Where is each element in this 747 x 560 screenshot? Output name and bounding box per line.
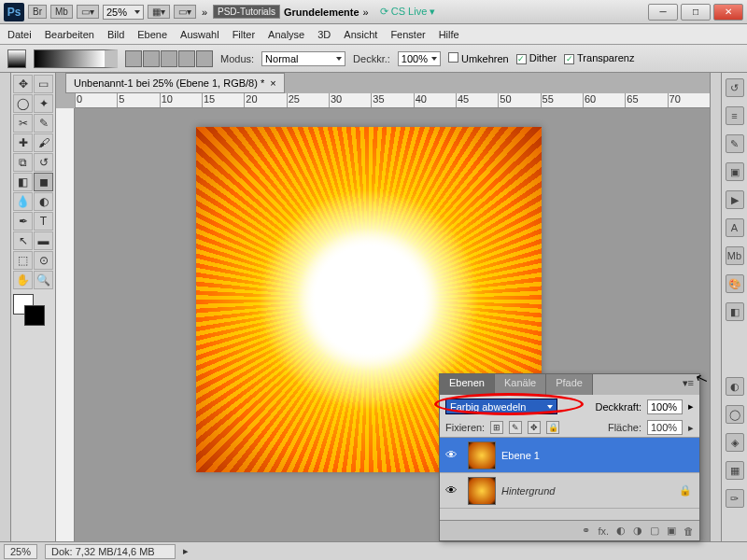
char-icon[interactable]: A — [726, 218, 744, 237]
opacity-input[interactable]: 100% — [398, 51, 441, 66]
3d-tool[interactable]: ⬚ — [13, 251, 33, 270]
fx-icon[interactable]: fx. — [598, 525, 609, 537]
screen-mode-button[interactable]: ▭▾ — [77, 5, 99, 19]
menu-analyse[interactable]: Analyse — [268, 29, 304, 40]
visibility-icon[interactable]: 👁 — [440, 483, 462, 497]
transparency-check[interactable]: ✓Transparenz — [564, 52, 634, 64]
layer-name[interactable]: Ebene 1 — [501, 450, 699, 461]
color-swatches[interactable] — [13, 294, 50, 331]
actions-icon[interactable]: ≡ — [726, 106, 744, 125]
visibility-icon[interactable]: 👁 — [440, 448, 462, 462]
layer-hintergrund[interactable]: 👁 Hintergrund 🔒 — [440, 473, 699, 509]
history-icon[interactable]: ↺ — [726, 78, 744, 97]
menu-datei[interactable]: Datei — [7, 29, 32, 40]
marquee-tool[interactable]: ▭ — [34, 75, 53, 93]
extras-button[interactable]: ▭▾ — [174, 5, 196, 19]
opacity-arrow-icon[interactable]: ▸ — [688, 400, 694, 413]
group-icon[interactable]: ▢ — [650, 525, 659, 537]
wand-tool[interactable]: ✦ — [34, 94, 53, 113]
status-zoom[interactable]: 25% — [4, 544, 37, 559]
menu-bild[interactable]: Bild — [107, 29, 124, 40]
zoom-select[interactable]: 25% — [103, 5, 144, 20]
layer-ebene1[interactable]: 👁 Ebene 1 — [440, 438, 699, 473]
cslive[interactable]: ⟳ CS Live ▾ — [380, 6, 436, 18]
mb-icon[interactable]: Mb — [726, 246, 744, 265]
camera-tool[interactable]: ⊙ — [34, 251, 53, 270]
new-layer-icon[interactable]: ▣ — [667, 525, 676, 537]
menu-hilfe[interactable]: Hilfe — [439, 29, 459, 40]
zoom-tool[interactable]: 🔍 — [34, 271, 53, 289]
lock-move-icon[interactable]: ✥ — [528, 421, 541, 434]
gradient-tool[interactable]: ◼ — [34, 173, 53, 191]
move-tool[interactable]: ✥ — [13, 75, 33, 93]
heal-tool[interactable]: ✚ — [13, 133, 33, 152]
dodge-tool[interactable]: ◐ — [34, 192, 53, 211]
menu-ansicht[interactable]: Ansicht — [344, 29, 377, 40]
blur-tool[interactable]: 💧 — [13, 192, 33, 211]
document-tab[interactable]: Unbenannt-1 bei 25% (Ebene 1, RGB/8) * × — [65, 73, 285, 93]
mask-icon[interactable]: ◯ — [726, 405, 744, 424]
menu-ebene[interactable]: Ebene — [137, 29, 167, 40]
adjust-icon[interactable]: ◐ — [726, 377, 744, 396]
layers-icon[interactable]: ◈ — [726, 433, 744, 452]
menu-bearbeiten[interactable]: Bearbeiten — [45, 29, 94, 40]
gradient-picker[interactable] — [34, 49, 118, 68]
link-icon[interactable]: ⚭ — [582, 525, 590, 537]
swatches-icon[interactable]: 🎨 — [726, 274, 744, 293]
fill-input[interactable]: 100% — [647, 420, 683, 435]
blend-mode-select[interactable]: Farbig abwedeln — [445, 399, 557, 414]
tab-ebenen[interactable]: Ebenen — [440, 374, 495, 395]
workspace-label[interactable]: Grundelemente — [284, 7, 359, 18]
close-button[interactable]: ✕ — [713, 4, 743, 21]
crop-tool[interactable]: ✂ — [13, 114, 33, 133]
lock-all-icon[interactable]: 🔒 — [546, 421, 559, 434]
bridge-button[interactable]: Br — [28, 5, 47, 19]
brush-tool[interactable]: 🖌 — [34, 133, 53, 152]
menu-auswahl[interactable]: Auswahl — [180, 29, 219, 40]
menu-3d[interactable]: 3D — [317, 29, 331, 40]
menu-fenster[interactable]: Fenster — [390, 29, 425, 40]
status-doc[interactable]: Dok: 7,32 MB/14,6 MB — [45, 544, 176, 559]
tutorials-button[interactable]: PSD-Tutorials — [213, 5, 280, 19]
right-dock-strip[interactable] — [710, 73, 721, 560]
history-brush-tool[interactable]: ↺ — [34, 153, 53, 172]
mask-add-icon[interactable]: ◐ — [616, 525, 626, 537]
left-dock-strip[interactable] — [0, 73, 11, 560]
pen-tool[interactable]: ✒ — [13, 212, 33, 231]
dither-check[interactable]: ✓Dither — [516, 52, 557, 64]
layer-name[interactable]: Hintergrund — [501, 485, 679, 497]
stamp-tool[interactable]: ⧉ — [13, 153, 33, 172]
eyedropper-tool[interactable]: ✎ — [34, 114, 53, 133]
lock-paint-icon[interactable]: ✎ — [509, 421, 522, 434]
eraser-tool[interactable]: ◧ — [13, 173, 33, 191]
fill-arrow-icon[interactable]: ▸ — [688, 422, 694, 434]
shape-tool[interactable]: ▬ — [34, 231, 53, 250]
tab-close-icon[interactable]: × — [270, 77, 275, 89]
tab-kanale[interactable]: Kanäle — [495, 374, 546, 395]
layer-opacity-input[interactable]: 100% — [647, 399, 683, 414]
trash-icon[interactable]: 🗑 — [684, 525, 694, 537]
lasso-tool[interactable]: ◯ — [13, 94, 33, 113]
gradient-types[interactable] — [125, 50, 213, 67]
paths-icon[interactable]: ✑ — [726, 489, 744, 508]
channels-icon[interactable]: ▦ — [726, 461, 744, 480]
styles-icon[interactable]: ◧ — [726, 302, 744, 321]
adjustment-icon[interactable]: ◑ — [633, 525, 642, 537]
type-tool[interactable]: T — [34, 212, 53, 231]
clone-icon[interactable]: ▣ — [726, 162, 744, 181]
layers-panel[interactable]: Ebenen Kanäle Pfade ▾≡ Farbig abwedeln D… — [439, 373, 700, 541]
tab-pfade[interactable]: Pfade — [546, 374, 593, 395]
play-icon[interactable]: ▶ — [726, 190, 744, 209]
reverse-check[interactable]: Umkehren — [448, 52, 509, 64]
mode-select[interactable]: Normal — [261, 51, 345, 66]
path-tool[interactable]: ↖ — [13, 231, 33, 250]
tool-preset[interactable] — [7, 49, 26, 68]
layer-thumb[interactable] — [468, 441, 496, 469]
brush-panel-icon[interactable]: ✎ — [726, 134, 744, 153]
status-arrow-icon[interactable]: ▸ — [183, 545, 189, 557]
lock-trans-icon[interactable]: ⊞ — [490, 421, 503, 434]
minibridge-button[interactable]: Mb — [50, 5, 73, 19]
minimize-button[interactable]: ─ — [648, 4, 678, 21]
maximize-button[interactable]: □ — [681, 4, 711, 21]
menu-filter[interactable]: Filter — [233, 29, 255, 40]
